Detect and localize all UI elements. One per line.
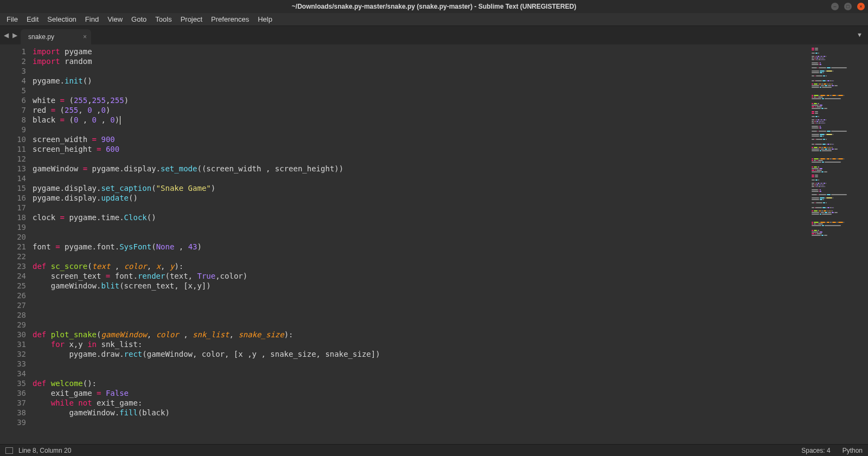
line-number: 29: [0, 320, 26, 330]
line-number: 19: [0, 222, 26, 232]
code-line[interactable]: gameWindow = pygame.display.set_mode((sc…: [33, 164, 808, 174]
line-number: 22: [0, 252, 26, 261]
maximize-button[interactable]: □: [844, 3, 852, 10]
code-line[interactable]: [33, 320, 808, 330]
code-line[interactable]: while not exit_game:: [33, 398, 808, 408]
close-button[interactable]: ×: [857, 3, 865, 10]
tab-history-forward-icon[interactable]: ▶: [11, 31, 18, 39]
statusbar: Line 8, Column 20 Spaces: 4 Python: [0, 444, 868, 456]
code-line[interactable]: gameWindow.fill(black): [33, 408, 808, 418]
line-number: 37: [0, 398, 26, 408]
code-line[interactable]: [33, 310, 808, 320]
syntax-setting[interactable]: Python: [843, 447, 863, 454]
line-number: 3: [0, 66, 26, 76]
line-number: 36: [0, 388, 26, 398]
code-line[interactable]: [33, 222, 808, 232]
code-line[interactable]: def plot_snake(gameWindow, color , snk_l…: [33, 330, 808, 339]
code-line[interactable]: black = (0 , 0 , 0): [33, 115, 808, 125]
minimize-button[interactable]: –: [831, 3, 839, 10]
code-line[interactable]: [33, 66, 808, 76]
code-line[interactable]: [33, 154, 808, 164]
code-line[interactable]: def welcome():: [33, 378, 808, 388]
menu-find[interactable]: Find: [81, 15, 103, 23]
tab-nav: ◀ ▶: [0, 26, 21, 44]
code-line[interactable]: font = pygame.font.SysFont(None , 43): [33, 242, 808, 252]
line-number-gutter: 1234567891011121314151617181920212223242…: [0, 44, 33, 444]
menu-selection[interactable]: Selection: [43, 15, 80, 23]
code-line[interactable]: [33, 300, 808, 310]
code-line[interactable]: [33, 359, 808, 369]
line-number: 18: [0, 213, 26, 222]
line-number: 31: [0, 339, 26, 349]
tab-label: snake.py: [28, 33, 54, 41]
tab-snake-py[interactable]: snake.py ×: [21, 29, 91, 44]
code-line[interactable]: screen_text = font.render(text, True,col…: [33, 271, 808, 281]
line-number: 35: [0, 378, 26, 388]
code-line[interactable]: [33, 174, 808, 183]
indentation-setting[interactable]: Spaces: 4: [801, 447, 830, 454]
code-line[interactable]: pygame.init(): [33, 76, 808, 86]
line-number: 15: [0, 183, 26, 193]
code-line[interactable]: gameWindow.blit(screen_text, [x,y]): [33, 281, 808, 291]
code-line[interactable]: pygame.display.set_caption("Snake Game"): [33, 183, 808, 193]
panel-switcher-icon[interactable]: [5, 447, 13, 454]
tab-history-back-icon[interactable]: ◀: [2, 31, 10, 39]
text-cursor: [120, 116, 120, 125]
line-number: 7: [0, 105, 26, 115]
code-line[interactable]: clock = pygame.time.Clock(): [33, 213, 808, 222]
code-line[interactable]: exit_game = False: [33, 388, 808, 398]
code-line[interactable]: [33, 232, 808, 242]
code-line[interactable]: red = (255, 0 ,0): [33, 105, 808, 115]
menu-file[interactable]: File: [2, 15, 22, 23]
line-number: 11: [0, 144, 26, 154]
menu-view[interactable]: View: [103, 15, 127, 23]
line-number: 5: [0, 86, 26, 95]
code-line[interactable]: import random: [33, 56, 808, 66]
editor[interactable]: 1234567891011121314151617181920212223242…: [0, 44, 868, 444]
code-line[interactable]: [33, 418, 808, 427]
code-line[interactable]: white = (255,255,255): [33, 95, 808, 105]
line-number: 9: [0, 125, 26, 134]
line-number: 27: [0, 300, 26, 310]
code-line[interactable]: def sc_score(text , color, x, y):: [33, 261, 808, 271]
code-line[interactable]: [33, 203, 808, 213]
menu-edit[interactable]: Edit: [22, 15, 43, 23]
menu-tools[interactable]: Tools: [151, 15, 176, 23]
tab-list-dropdown-icon[interactable]: ▼: [857, 31, 863, 38]
line-number: 8: [0, 115, 26, 125]
cursor-position: Line 8, Column 20: [18, 447, 71, 454]
code-line[interactable]: import pygame: [33, 47, 808, 56]
minimap[interactable]: [808, 44, 868, 444]
menu-preferences[interactable]: Preferences: [207, 15, 253, 23]
line-number: 2: [0, 56, 26, 66]
code-line[interactable]: [33, 369, 808, 378]
line-number: 16: [0, 193, 26, 203]
menu-goto[interactable]: Goto: [127, 15, 151, 23]
line-number: 10: [0, 134, 26, 144]
close-icon[interactable]: ×: [83, 33, 87, 41]
line-number: 1: [0, 47, 26, 56]
code-line[interactable]: [33, 252, 808, 261]
code-line[interactable]: [33, 125, 808, 134]
code-line[interactable]: for x,y in snk_list:: [33, 339, 808, 349]
line-number: 25: [0, 281, 26, 291]
code-line[interactable]: [33, 291, 808, 300]
line-number: 20: [0, 232, 26, 242]
line-number: 13: [0, 164, 26, 174]
code-line[interactable]: pygame.display.update(): [33, 193, 808, 203]
code-line[interactable]: pygame.draw.rect(gameWindow, color, [x ,…: [33, 349, 808, 359]
line-number: 23: [0, 261, 26, 271]
line-number: 34: [0, 369, 26, 378]
line-number: 24: [0, 271, 26, 281]
line-number: 38: [0, 408, 26, 418]
line-number: 4: [0, 76, 26, 86]
line-number: 39: [0, 418, 26, 427]
tab-bar: ◀ ▶ snake.py × ▼: [0, 26, 868, 44]
code-line[interactable]: screen_width = 900: [33, 134, 808, 144]
code-line[interactable]: [33, 86, 808, 95]
code-area[interactable]: import pygameimport randompygame.init()w…: [33, 44, 808, 444]
menu-help[interactable]: Help: [253, 15, 277, 23]
menu-project[interactable]: Project: [176, 15, 207, 23]
line-number: 33: [0, 359, 26, 369]
code-line[interactable]: screen_height = 600: [33, 144, 808, 154]
